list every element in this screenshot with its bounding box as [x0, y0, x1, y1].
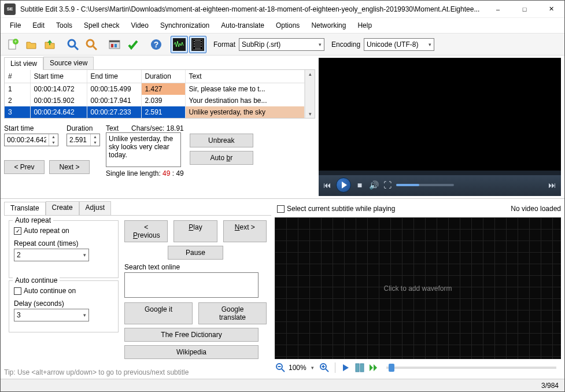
auto-repeat-checkbox[interactable]: ✓ Auto repeat on [14, 227, 69, 235]
svg-point-19 [194, 43, 195, 45]
status-position: 3/984 [541, 382, 559, 390]
video-stop-icon[interactable]: ■ [354, 180, 365, 190]
menu-sync[interactable]: Synchronization [154, 19, 215, 32]
table-row[interactable]: 1 00:00:14.072 00:00:15.499 1.427 Sir, p… [5, 83, 305, 95]
table-row[interactable]: 3 00:00:24.642 00:00:27.233 2.591 Unlike… [5, 106, 305, 118]
prev-button[interactable]: < Prev [4, 160, 45, 174]
svg-point-22 [201, 43, 202, 45]
help-icon[interactable]: ? [147, 36, 165, 53]
wave-ff-icon[interactable] [368, 362, 379, 373]
pause-button[interactable]: Pause [168, 246, 223, 260]
waveform-slider[interactable] [386, 367, 556, 369]
skip-fwd-icon[interactable]: ⏭ [547, 180, 557, 190]
waveform-toggle-icon[interactable] [171, 36, 188, 53]
video-fullscreen-icon[interactable]: ⛶ [382, 180, 393, 190]
spin-down-icon[interactable]: ▼ [49, 140, 58, 146]
video-toggle-icon[interactable] [189, 36, 206, 53]
spin-up-icon[interactable]: ▲ [91, 134, 99, 140]
menu-file[interactable]: File [4, 19, 27, 32]
new-file-icon[interactable]: + [4, 36, 21, 53]
delay-select[interactable]: 3 ▾ [14, 309, 89, 321]
unbreak-button[interactable]: Unbreak [190, 134, 253, 147]
svg-point-5 [87, 40, 94, 47]
duration-input[interactable]: ▲▼ [67, 134, 100, 146]
svg-line-6 [93, 46, 97, 50]
find-icon[interactable] [64, 36, 82, 53]
video-play-button[interactable] [336, 177, 351, 193]
repeat-count-select[interactable]: 2 ▾ [14, 249, 89, 261]
menu-spellcheck[interactable]: Spell check [78, 19, 125, 32]
menu-edit[interactable]: Edit [27, 19, 50, 32]
table-scrollbar[interactable]: ▴▾ [305, 70, 315, 118]
svg-text:+: + [14, 39, 17, 45]
auto-continue-group: Auto continue Auto continue on Delay (se… [9, 280, 119, 332]
google-translate-button[interactable]: Google translate [198, 302, 267, 324]
wikipedia-button[interactable]: Wikipedia [124, 345, 259, 359]
tab-list-view[interactable]: List view [4, 57, 43, 70]
menu-networking[interactable]: Networking [305, 19, 352, 32]
video-mute-icon[interactable]: 🔊 [368, 180, 379, 190]
menu-autotranslate[interactable]: Auto-translate [215, 19, 270, 32]
menu-bar: File Edit Tools Spell check Video Synchr… [1, 18, 564, 34]
video-seek[interactable] [319, 171, 561, 175]
spin-down-icon[interactable]: ▼ [91, 140, 99, 146]
subtitle-text-input[interactable]: Unlike yesterday, the sky looks very cle… [106, 132, 181, 167]
zoom-out-icon[interactable] [275, 362, 286, 373]
waveform-panel[interactable]: Click to add waveform [275, 217, 561, 359]
visual-sync-icon[interactable] [106, 36, 123, 53]
chevron-down-icon: ▾ [83, 312, 86, 318]
svg-point-18 [194, 41, 195, 42]
app-icon: SE [4, 3, 16, 15]
spellcheck-icon[interactable] [124, 36, 142, 53]
video-preview[interactable]: ⏮ ■ 🔊 ⛶ ⏭ [319, 58, 561, 196]
previous-button[interactable]: < Previous [124, 220, 168, 242]
skip-back-icon[interactable]: ⏮ [322, 180, 333, 190]
tab-create[interactable]: Create [46, 201, 79, 215]
tab-translate[interactable]: Translate [4, 202, 46, 216]
next-sub-button[interactable]: Next > [223, 220, 267, 242]
col-end[interactable]: End time [87, 70, 141, 83]
menu-video[interactable]: Video [125, 19, 154, 32]
col-dur[interactable]: Duration [141, 70, 185, 83]
format-select[interactable]: SubRip (.srt) ▾ [239, 38, 324, 51]
next-button[interactable]: Next > [49, 160, 90, 174]
repeat-count-label: Repeat count (times) [14, 239, 113, 247]
replace-icon[interactable] [83, 36, 100, 53]
search-online-input[interactable] [124, 272, 259, 298]
col-num[interactable]: # [5, 70, 30, 83]
menu-options[interactable]: Options [270, 19, 305, 32]
auto-repeat-group: Auto repeat ✓ Auto repeat on Repeat coun… [9, 220, 119, 278]
spin-up-icon[interactable]: ▲ [49, 134, 58, 140]
col-start[interactable]: Start time [30, 70, 87, 83]
tab-source-view[interactable]: Source view [43, 57, 94, 69]
start-time-input[interactable]: ▲▼ [4, 134, 58, 146]
google-it-button[interactable]: Google it [124, 302, 193, 324]
encoding-select[interactable]: Unicode (UTF-8) ▾ [364, 38, 434, 51]
col-text[interactable]: Text [185, 70, 305, 83]
play-button[interactable]: Play [173, 220, 217, 242]
chevron-down-icon[interactable]: ▾ [311, 365, 314, 371]
tip-text: Tip: Use <alt+arrow up/down> to go to pr… [4, 368, 271, 376]
slider-thumb-icon[interactable] [389, 364, 394, 372]
open-file-icon[interactable] [23, 36, 40, 53]
duration-value[interactable] [67, 134, 90, 146]
auto-continue-checkbox[interactable]: Auto continue on [14, 287, 76, 295]
close-button[interactable]: ✕ [538, 1, 564, 17]
maximize-button[interactable]: □ [511, 1, 538, 17]
free-dictionary-button[interactable]: The Free Dictionary [124, 328, 259, 342]
save-file-icon[interactable] [41, 36, 58, 53]
volume-slider[interactable] [396, 184, 454, 186]
select-current-checkbox[interactable]: Select current subtitle while playing [277, 205, 395, 213]
svg-text:?: ? [154, 40, 159, 49]
tab-adjust[interactable]: Adjust [79, 201, 111, 215]
zoom-in-icon[interactable] [319, 362, 330, 373]
auto-br-button[interactable]: Auto br [190, 151, 253, 165]
wave-grid-icon[interactable] [354, 362, 365, 373]
menu-tools[interactable]: Tools [50, 19, 78, 32]
start-time-value[interactable] [5, 134, 49, 146]
menu-help[interactable]: Help [352, 19, 378, 32]
wave-play-icon[interactable] [340, 362, 352, 373]
table-row[interactable]: 2 00:00:15.902 00:00:17.941 2.039 Your d… [5, 95, 305, 106]
svg-rect-9 [111, 44, 113, 47]
minimize-button[interactable]: – [485, 1, 511, 17]
